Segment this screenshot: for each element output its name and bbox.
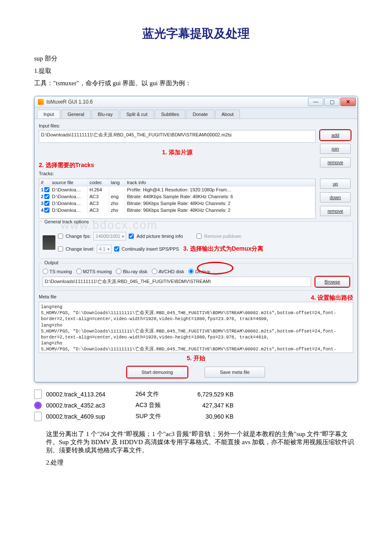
tab-split[interactable]: Split & cut [120, 110, 154, 119]
file-type: AC3 音频 [135, 402, 182, 409]
radio-ts-label: TS muxing [49, 269, 72, 274]
titlebar: tsMuxeR GUI 1.10.6 — ▢ ✕ [35, 96, 357, 108]
annotation-5: 5. 开始 [187, 355, 205, 361]
save-meta-button[interactable]: Save meta file [205, 367, 265, 378]
radio-m2ts[interactable]: M2TS muxing [76, 269, 112, 274]
film-icon [43, 235, 55, 250]
fps-value: 24000/1001 [95, 234, 120, 239]
meta-textarea[interactable]: lang=eng S_HDMV/PGS, "D:\Downloads\11111… [39, 302, 353, 353]
up-button[interactable]: up [320, 179, 351, 189]
join-button[interactable]: join [320, 144, 351, 154]
output-label: Output [43, 260, 60, 265]
tab-subtitles[interactable]: Subtitles [155, 110, 185, 119]
annotation-4: 4. 设置输出路径 [311, 294, 353, 302]
track-codec: AC3 [88, 207, 109, 214]
file-row[interactable]: 00002.track_4352.ac3 AC3 音频 427,347 KB [34, 400, 358, 410]
browse-button[interactable]: Browse [315, 277, 349, 287]
annotation-3: 3. 选择输出方式为Demux分离 [183, 245, 263, 253]
file-icon [34, 412, 42, 421]
track-codec: AC3 [88, 200, 109, 207]
window-title: tsMuxeR GUI 1.10.6 [46, 99, 93, 105]
file-icon [34, 390, 42, 399]
track-info: Profile: High@4.1 Resolution: 1920:1080p… [125, 186, 315, 193]
meta-line: lang=zho [41, 340, 351, 346]
col-num: # [39, 179, 50, 186]
maximize-button[interactable]: ▢ [324, 98, 340, 106]
output-path-input[interactable]: D:\Downloads\11111111\亡命天涯.RBD_045_THE_F… [43, 277, 311, 287]
input-files-label: Input files: [39, 123, 353, 128]
file-name: 00002.track_4113.264 [46, 391, 135, 398]
track-checkbox[interactable] [44, 208, 49, 213]
col-src: source file [50, 179, 88, 186]
track-row[interactable]: 3 D:\Downloa… AC3 zho Bitrate: 96Kbps Sa… [39, 200, 315, 207]
tool-line: 工具："tsmuxer"，命令行或 gui 界面。以 gui 界面为例： [34, 79, 358, 87]
general-track-options: www.bdocx.com General track options Chan… [39, 221, 353, 259]
file-size: 30,960 KB [182, 413, 233, 420]
tab-input[interactable]: Input [37, 110, 60, 119]
output-files-list: 00002.track_4113.264 264 文件 6,729,529 KB… [34, 388, 358, 422]
output-group: Output TS muxing M2TS muxing Blu-ray dis… [39, 263, 353, 291]
track-num: 2 [41, 194, 43, 199]
down-button[interactable]: down [320, 192, 351, 202]
annotation-2: 2. 选择需要的Tracks [39, 162, 94, 168]
meta-file-group: Meta file 4. 设置输出路径 lang=eng S_HDMV/PGS,… [39, 294, 353, 362]
fps-dropdown[interactable]: 24000/1001▾ [93, 232, 126, 240]
track-row[interactable]: 1 D:\Downloa… H.264 Profile: High@4.1 Re… [39, 186, 315, 193]
add-pict-label: Add picture timing info [136, 234, 183, 239]
cont-insert-label: Continually insert SPS/PPS [122, 246, 179, 251]
remove-pulldown-checkbox[interactable] [196, 234, 202, 239]
tab-general[interactable]: General [61, 110, 90, 119]
track-checkbox[interactable] [44, 194, 49, 199]
radio-demux-label: Demux [195, 269, 210, 274]
meta-line: S_HDMV/PGS, "D:\Downloads\11111111\亡命天涯.… [41, 328, 351, 340]
track-row[interactable]: 4 D:\Downloa… AC3 zho Bitrate: 96Kbps Sa… [39, 207, 315, 214]
tabs: Input General Blu-ray Split & cut Subtit… [35, 108, 357, 119]
radio-ts[interactable]: TS muxing [43, 269, 72, 274]
file-row[interactable]: 00002.track_4113.264 264 文件 6,729,529 KB [34, 388, 358, 400]
file-size: 427,347 KB [182, 402, 233, 409]
track-info: Bitrate: 96Kbps Sample Rate: 48KHz Chann… [125, 200, 315, 207]
add-pict-checkbox[interactable] [129, 234, 134, 239]
step-2: 2.处理 [34, 459, 358, 467]
track-num: 4 [41, 208, 43, 213]
cont-insert-checkbox[interactable] [114, 246, 119, 251]
radio-avchd[interactable]: AVCHD disk [152, 269, 184, 274]
file-name: 00002.track_4352.ac3 [46, 402, 135, 409]
level-dropdown[interactable]: 4.1▾ [97, 245, 111, 253]
meta-line: lang=eng [41, 304, 351, 310]
change-fps-checkbox[interactable] [58, 234, 63, 239]
track-lang: eng [109, 193, 125, 200]
close-button[interactable]: ✕ [340, 98, 356, 106]
track-row[interactable]: 2 D:\Downloa… AC3 eng Bitrate: 448Kbps S… [39, 193, 315, 200]
input-files-list[interactable]: D:\Downloads\11111111\亡命天涯.RBD_045_THE_F… [39, 130, 316, 143]
para-after: 这里分离出了 1 个"264 文件"即视频；1 个"ac3 音频"即音轨；另外一… [34, 430, 358, 454]
remove-track-button[interactable]: remove [320, 206, 351, 216]
change-level-checkbox[interactable] [58, 246, 63, 251]
app-icon [38, 99, 44, 105]
tracks-table[interactable]: # source file codec lang track info 1 D:… [39, 179, 316, 219]
start-demuxing-button[interactable]: Start demuxing [127, 367, 187, 378]
file-row[interactable]: 00002.track_4609.sup SUP 文件 30,960 KB [34, 410, 358, 422]
radio-bd[interactable]: Blu-ray disk [116, 269, 147, 274]
file-type: 264 文件 [135, 390, 182, 398]
add-button[interactable]: add [320, 130, 351, 140]
tab-about[interactable]: About [215, 110, 240, 119]
tracks-header: # source file codec lang track info [39, 179, 315, 186]
chevron-down-icon: ▾ [107, 247, 110, 251]
track-src: D:\Downloa… [50, 193, 88, 200]
change-level-label: Change level: [66, 246, 94, 251]
file-size: 6,729,529 KB [182, 391, 233, 398]
track-src: D:\Downloa… [50, 186, 88, 193]
ac3-icon [34, 402, 42, 409]
track-lang: zho [109, 207, 125, 214]
remove-button[interactable]: remove [320, 157, 351, 168]
tab-donate[interactable]: Donate [186, 110, 214, 119]
track-lang: zho [109, 200, 125, 207]
tab-bluray[interactable]: Blu-ray [92, 110, 119, 119]
track-checkbox[interactable] [44, 187, 49, 192]
track-codec: AC3 [88, 193, 109, 200]
radio-demux[interactable]: Demux [188, 269, 210, 274]
track-checkbox[interactable] [44, 201, 49, 206]
minimize-button[interactable]: — [308, 98, 323, 106]
level-value: 4.1 [99, 246, 105, 251]
